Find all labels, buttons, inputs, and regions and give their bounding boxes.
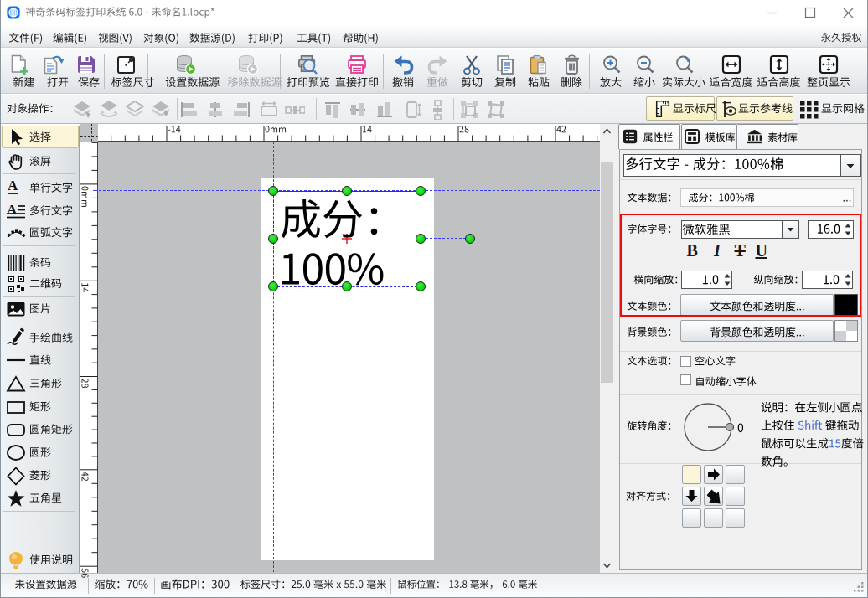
svg-text:A: A <box>8 178 18 193</box>
svg-text:A: A <box>7 202 18 218</box>
